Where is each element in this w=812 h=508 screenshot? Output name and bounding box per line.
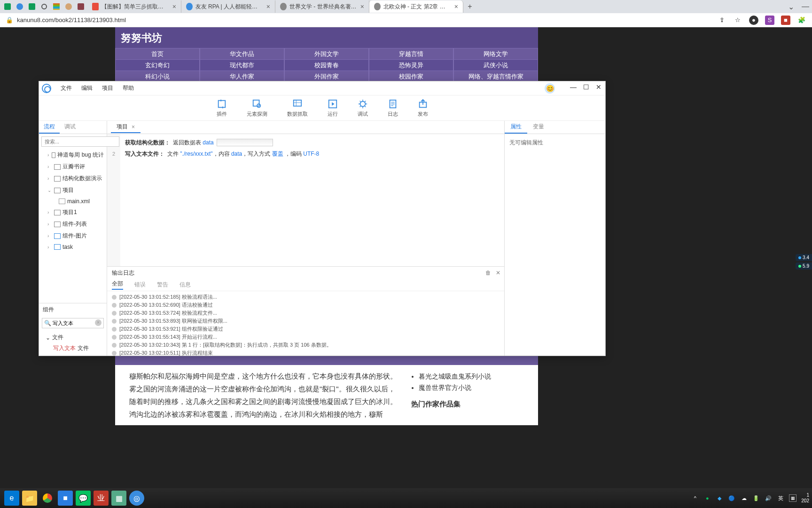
taskbar-rpa[interactable]: ◎ bbox=[129, 491, 144, 506]
chevron-down-icon[interactable]: ⌄ bbox=[788, 2, 794, 11]
tab-debug[interactable]: 调试 bbox=[60, 121, 80, 134]
nav-link[interactable]: 首页 bbox=[116, 48, 199, 60]
tool-run[interactable]: 运行 bbox=[328, 99, 338, 118]
extensions-icon[interactable]: 🧩 bbox=[797, 16, 806, 25]
tree-folder[interactable]: ›组件-图片 bbox=[39, 230, 107, 242]
tool-plugin[interactable]: 插件 bbox=[217, 99, 227, 118]
battery-icon[interactable]: 🔋 bbox=[752, 494, 760, 502]
share-icon[interactable]: ⇪ bbox=[717, 16, 726, 25]
tray-icon[interactable]: 🔵 bbox=[728, 494, 735, 502]
lock-icon[interactable]: 🔒 bbox=[6, 16, 13, 24]
url-text[interactable]: kanunu8.com/book2/11138/213903.html bbox=[17, 16, 717, 24]
app-icon[interactable] bbox=[63, 1, 74, 12]
sidebar-link[interactable]: 魔兽世界官方小说 bbox=[419, 384, 496, 392]
taskbar-edge[interactable]: e bbox=[4, 491, 19, 506]
tree-folder[interactable]: ›禅道每周 bug 统计 bbox=[39, 149, 107, 161]
taskbar-chrome[interactable] bbox=[40, 491, 55, 506]
nav-link[interactable]: 网络文学 bbox=[454, 48, 538, 60]
tree-folder[interactable]: ›结构化数据演示 bbox=[39, 173, 107, 184]
app-icon[interactable] bbox=[26, 1, 38, 12]
close-icon[interactable]: × bbox=[172, 3, 176, 10]
minimize-icon[interactable]: — bbox=[570, 83, 577, 94]
component-item[interactable]: 写入文本文件 bbox=[39, 343, 107, 354]
ext-icon[interactable]: ● bbox=[749, 16, 758, 25]
app-icon[interactable] bbox=[2, 1, 13, 12]
app-icon[interactable] bbox=[39, 1, 50, 12]
taskbar-explorer[interactable]: 📁 bbox=[22, 491, 37, 506]
menu-file[interactable]: 文件 bbox=[56, 84, 77, 92]
tree-folder-open[interactable]: ⌄项目 bbox=[39, 184, 107, 196]
nav-link[interactable]: 华文作品 bbox=[200, 48, 284, 60]
browser-tab-active[interactable]: 北欧众神 - 正文 第2章 在一切开 × bbox=[369, 0, 463, 13]
browser-tab[interactable]: 友友 RPA | 人人都能轻松使用的 × bbox=[181, 0, 275, 13]
code-line[interactable]: 获取结构化数据： 返回数据表 data bbox=[125, 137, 500, 148]
tool-scrape[interactable]: 数据抓取 bbox=[287, 99, 308, 118]
app-icon[interactable] bbox=[14, 1, 25, 12]
maximize-icon[interactable]: ☐ bbox=[583, 83, 589, 94]
log-tab-error[interactable]: 错误 bbox=[134, 281, 146, 289]
clock[interactable]: 1 202 bbox=[801, 492, 809, 504]
app-icon[interactable] bbox=[75, 1, 86, 12]
minimize-icon[interactable]: — bbox=[802, 2, 809, 11]
taskbar-app[interactable]: ▦ bbox=[111, 491, 126, 506]
tree-folder[interactable]: ›组件-列表 bbox=[39, 218, 107, 230]
tray-icon[interactable]: ☁ bbox=[740, 494, 748, 502]
ext-icon[interactable]: ■ bbox=[781, 16, 790, 25]
tree-file[interactable]: main.xml bbox=[39, 196, 107, 206]
trash-icon[interactable]: 🗑 bbox=[485, 270, 491, 276]
log-body[interactable]: [2022-05-30 13:01:52:185] 校验流程语法... [202… bbox=[107, 291, 504, 356]
ime-indicator[interactable]: 英 bbox=[777, 494, 784, 502]
nav-link[interactable]: 恐怖灵异 bbox=[369, 60, 453, 71]
editor-tab[interactable]: 项目× bbox=[111, 121, 141, 133]
nav-link[interactable]: 现代都市 bbox=[200, 60, 284, 71]
new-tab-button[interactable]: + bbox=[463, 2, 476, 11]
tray-icon[interactable]: ◆ bbox=[716, 494, 723, 502]
log-tab-info[interactable]: 信息 bbox=[180, 281, 191, 289]
browser-tab[interactable]: 【图解】简单三步抓取只能在线 × bbox=[87, 0, 181, 13]
project-search-input[interactable] bbox=[41, 136, 119, 147]
component-group[interactable]: ⌄文件 bbox=[39, 332, 107, 343]
close-icon[interactable]: × bbox=[132, 124, 135, 130]
clear-icon[interactable]: × bbox=[95, 319, 102, 326]
tab-properties[interactable]: 属性 bbox=[505, 121, 527, 134]
close-icon[interactable]: ✕ bbox=[496, 270, 500, 276]
tab-flow[interactable]: 流程 bbox=[39, 121, 60, 134]
nav-link[interactable]: 玄幻奇幻 bbox=[116, 60, 199, 71]
close-icon[interactable]: × bbox=[360, 3, 364, 10]
tree-folder[interactable]: ›豆瓣书评 bbox=[39, 161, 107, 173]
editor-area[interactable]: 1 2 获取结构化数据： 返回数据表 data 写入文本文件： 文件 "./re… bbox=[107, 134, 504, 266]
tray-icon[interactable]: ● bbox=[703, 494, 711, 502]
tool-debug[interactable]: 调试 bbox=[358, 99, 368, 118]
tree-folder[interactable]: ›task bbox=[39, 242, 107, 252]
tool-log[interactable]: 日志 bbox=[388, 99, 398, 118]
star-icon[interactable]: ☆ bbox=[733, 16, 742, 25]
tree-folder[interactable]: ›项目1 bbox=[39, 206, 107, 218]
close-icon[interactable]: ✕ bbox=[596, 83, 601, 94]
ext-icon[interactable]: S bbox=[765, 16, 774, 25]
close-icon[interactable]: × bbox=[454, 3, 458, 10]
volume-icon[interactable]: 🔊 bbox=[765, 494, 772, 502]
log-tab-warn[interactable]: 警告 bbox=[157, 281, 168, 289]
menu-help[interactable]: 帮助 bbox=[118, 84, 139, 92]
menu-edit[interactable]: 编辑 bbox=[77, 84, 97, 92]
code-line[interactable]: 写入文本文件： 文件 "./res/xxx.txt"，内容 data，写入方式 … bbox=[125, 148, 500, 159]
taskbar-app[interactable]: ■ bbox=[58, 491, 73, 506]
browser-tab[interactable]: 世界文学 - 世界经典名著 - 外国 × bbox=[275, 0, 369, 13]
taskbar-app[interactable]: 业 bbox=[94, 491, 109, 506]
nav-link[interactable]: 穿越言情 bbox=[369, 48, 453, 60]
menu-project[interactable]: 项目 bbox=[97, 84, 118, 92]
close-icon[interactable]: × bbox=[266, 3, 270, 10]
tool-publish[interactable]: 发布 bbox=[418, 99, 428, 118]
nav-link[interactable]: 外国文学 bbox=[285, 48, 368, 60]
app-icon[interactable] bbox=[51, 1, 62, 12]
nav-link[interactable]: 校园青春 bbox=[285, 60, 368, 71]
ime-indicator[interactable]: ▦ bbox=[789, 494, 796, 502]
chevron-up-icon[interactable]: ^ bbox=[691, 494, 699, 502]
tool-inspect[interactable]: 元素探测 bbox=[247, 99, 267, 118]
nav-link[interactable]: 武侠小说 bbox=[454, 60, 538, 71]
sidebar-link[interactable]: 暮光之城吸血鬼系列小说 bbox=[419, 373, 496, 381]
taskbar-wechat[interactable]: 💬 bbox=[76, 491, 91, 506]
tab-variables[interactable]: 变量 bbox=[527, 121, 550, 134]
user-avatar[interactable]: 😊 bbox=[545, 83, 555, 94]
log-tab-all[interactable]: 全部 bbox=[112, 280, 123, 290]
